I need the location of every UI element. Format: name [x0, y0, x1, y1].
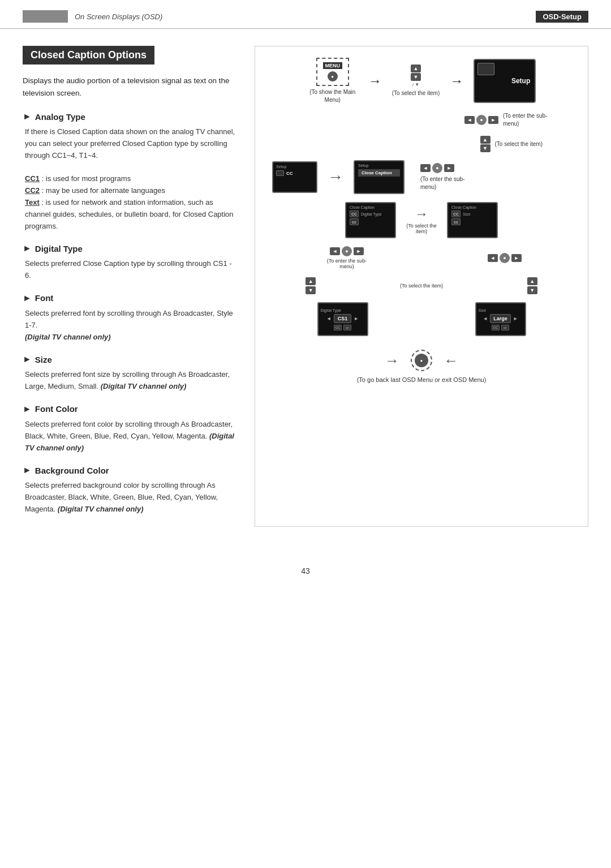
enter-right-3: ◄ ● ► [488, 253, 522, 263]
diagram-row-3: Close Caption CC Digital Type cc → (To s… [266, 202, 576, 238]
section-label-size: Size [35, 355, 52, 364]
cc-icon-dt-2: cc [350, 218, 359, 225]
cs1-value: CS1 [334, 314, 352, 323]
section-body-font-color: Selects preferred font color by scrollin… [23, 419, 238, 454]
setup-small-screen: Setup CC [272, 161, 317, 193]
setup-icon-thumb [477, 63, 494, 75]
center-enter-btn-2: ● [432, 163, 442, 173]
section-font: ► Font Selects preferred font by scrolli… [23, 293, 238, 343]
select-row-3: ▲ ▼ (To select the item) ▲ ▼ [266, 277, 576, 294]
size-container: Close Caption CC Size cc [447, 202, 498, 238]
cc-icon-size: CC [451, 210, 461, 217]
size-note: (Digital TV channel only) [101, 382, 187, 390]
arrow-right-dt: → [415, 206, 428, 222]
cc-icon-row2-size: cc [451, 218, 461, 225]
large-row: ◄ Large ► [483, 314, 518, 323]
large-screen: Size ◄ Large ► CC cc [475, 302, 526, 336]
arrow-right-2: → [450, 73, 463, 89]
enter-submenu-caption-2: (To enter the sub-menu) [420, 175, 471, 191]
cc-icon-row-dt: CC Digital Type [350, 210, 381, 217]
setup-screen-container: Setup CC [272, 161, 317, 193]
bottom-arrow-right: → [444, 352, 458, 369]
bottom-nav-row: → ● → [385, 350, 458, 371]
header-gray-box [23, 10, 68, 23]
right-enter-btn-2: ► [444, 164, 454, 172]
cc2-label: CC2 [25, 186, 40, 195]
section-label-bg-color: Background Color [35, 466, 109, 475]
cc1-line: CC1 : is used for most programs [25, 173, 238, 185]
enter-submenu-2-container: ◄ ● ► (To enter the sub-menu) [420, 163, 471, 191]
intro-text: Displays the audio portion of a televisi… [23, 75, 238, 99]
menu-circle-button: ● [328, 71, 338, 81]
close-caption-screen: Setup Close Caption [354, 160, 405, 194]
section-body-size: Selects preferred font size by scrolling… [23, 369, 238, 393]
digital-type-container: Close Caption CC Digital Type cc [345, 202, 396, 238]
right-btn-3r: ► [511, 254, 522, 262]
cs1-row: ◄ CS1 ► [326, 314, 359, 323]
cs1-screen-label: Digital Type [321, 308, 341, 312]
text-desc: is used for network and station informat… [25, 198, 234, 230]
section-title-font-color: ► Font Color [23, 404, 238, 414]
ud-nav-1: ▲ ▼ / ▼ [411, 65, 421, 87]
header-section: OSD-Setup [536, 11, 588, 23]
diagram-row-4: Digital Type ◄ CS1 ► CC cc Size ◄ Large … [266, 302, 576, 336]
section-body-bg-color: Selects preferred background color by sc… [23, 480, 238, 515]
enter-left-caption-3: (To enter the sub-menu) [321, 258, 372, 269]
main-content: Closed Caption Options Displays the audi… [0, 29, 611, 549]
center-enter-btn-1: ● [476, 115, 487, 125]
bg-color-note: (Digital TV channel only) [58, 505, 144, 513]
page-number: 43 [0, 549, 611, 592]
cc-screen-label: Setup [358, 164, 368, 167]
section-body-digital: Selects preferred Close Caption type by … [23, 258, 238, 282]
section-title-digital: ► Digital Type [23, 243, 238, 253]
menu-button-dashed: MENU ● [316, 58, 350, 86]
page-header: On Screen Displays (OSD) OSD-Setup [0, 0, 611, 29]
digital-desc: Selects preferred Close Caption type by … [25, 258, 238, 282]
diagram-row-1: MENU ● (To show the Main Menu) → ▲ ▼ / ▼… [266, 58, 576, 104]
large-arrow-l: ◄ [483, 316, 488, 321]
select-ud-3r: ▲ ▼ [527, 277, 537, 294]
section-label-font: Font [35, 293, 53, 303]
header-label: On Screen Displays (OSD) [75, 12, 162, 21]
step1-select-caption: (To select the item) [392, 89, 440, 97]
enter-submenu-row-1: ◄ ● ► (To enter the sub-menu) [266, 112, 576, 128]
down-3r: ▼ [527, 286, 537, 294]
bottom-nav-section: → ● → (To go back last OSD Menu or exit … [357, 350, 487, 384]
enter-row-3: ◄ ● ► (To enter the sub-menu) ◄ ● ► [266, 246, 576, 269]
cc2-line: CC2 : may be used for alternate language… [25, 185, 238, 197]
setup-label: Setup [511, 77, 530, 85]
close-caption-highlight: Close Caption [358, 169, 400, 177]
section-label-font-color: Font Color [35, 404, 78, 414]
up-3l: ▲ [306, 277, 316, 285]
large-value: Large [490, 314, 511, 323]
analog-intro: If there is Closed Caption data shown on… [25, 126, 238, 161]
section-analog-type: ► Analog Type If there is Closed Caption… [23, 111, 238, 232]
section-body-analog: If there is Closed Caption data shown on… [23, 126, 238, 232]
dt-label: Digital Type [361, 212, 381, 216]
exit-menu-inner: ● [415, 354, 428, 367]
cc-icon-size-2: cc [451, 218, 461, 225]
font-desc: Selects preferred font by scrolling thro… [25, 308, 238, 343]
header-left: On Screen Displays (OSD) [23, 10, 162, 23]
left-btn-3r: ◄ [488, 254, 498, 262]
left-enter-btn-1: ◄ [464, 116, 475, 124]
size-desc: Selects preferred font size by scrolling… [25, 369, 238, 393]
cs1-icons: CC cc [334, 325, 351, 330]
cs1-icon-2: cc [343, 325, 351, 330]
bg-color-desc: Selects preferred background color by sc… [25, 480, 238, 515]
cc-icon-small [276, 170, 284, 176]
ud-nav-2: ▲ ▼ [480, 136, 490, 152]
enter-btns-2: ◄ ● ► [420, 163, 454, 173]
select-caption-3l: (To select the item) [400, 283, 443, 289]
large-arrow-r: ► [513, 316, 518, 321]
up-btn-1: ▲ [411, 65, 421, 72]
section-size: ► Size Selects preferred font size by sc… [23, 354, 238, 393]
step1-show-caption: (To show the Main Menu) [307, 88, 358, 104]
left-enter-btn-2: ◄ [420, 164, 431, 172]
cs1-screen: Digital Type ◄ CS1 ► CC cc [317, 302, 368, 336]
cs1-arrow-r: ► [354, 316, 359, 321]
right-column-diagram: MENU ● (To show the Main Menu) → ▲ ▼ / ▼… [255, 46, 588, 527]
arrow-icon-font: ► [23, 293, 32, 303]
close-caption-screen-container: Setup Close Caption [354, 160, 405, 194]
font-note: (Digital TV channel only) [25, 333, 111, 341]
